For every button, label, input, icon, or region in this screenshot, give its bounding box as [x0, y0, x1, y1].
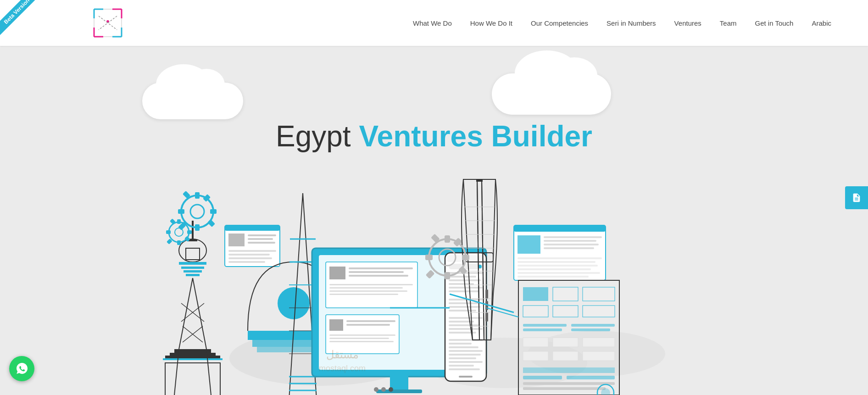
- whatsapp-button[interactable]: [9, 356, 34, 381]
- svg-rect-169: [553, 287, 578, 301]
- beta-banner: Beta Version: [0, 0, 41, 41]
- svg-rect-111: [485, 289, 488, 299]
- svg-rect-162: [517, 261, 595, 263]
- svg-rect-130: [449, 365, 474, 367]
- svg-rect-147: [445, 272, 450, 279]
- svg-rect-20: [181, 267, 204, 269]
- svg-rect-92: [329, 319, 343, 331]
- hero-title-part1: Egypt: [276, 120, 359, 153]
- svg-rect-59: [248, 234, 276, 236]
- document-icon: [851, 193, 862, 203]
- svg-rect-178: [523, 338, 548, 347]
- svg-rect-84: [349, 267, 413, 269]
- navbar: What We Do How We Do It Our Competencies…: [404, 19, 840, 27]
- nav-how-we-do-it[interactable]: How We Do It: [461, 19, 522, 27]
- svg-rect-157: [544, 236, 602, 238]
- svg-rect-172: [553, 306, 578, 317]
- svg-rect-21: [184, 270, 202, 273]
- svg-point-69: [278, 287, 310, 319]
- svg-rect-121: [449, 328, 483, 330]
- svg-rect-176: [571, 324, 615, 327]
- svg-rect-98: [390, 376, 408, 389]
- svg-rect-19: [179, 262, 206, 265]
- svg-text:مستقل: مستقل: [326, 348, 359, 361]
- svg-rect-127: [449, 354, 481, 356]
- svg-rect-158: [544, 240, 596, 242]
- svg-rect-65: [228, 261, 265, 263]
- svg-text:mostaql.com: mostaql.com: [319, 364, 366, 373]
- side-document-button[interactable]: [845, 186, 868, 209]
- svg-rect-186: [567, 376, 615, 379]
- svg-rect-115: [449, 302, 479, 304]
- nav-seri-in-numbers[interactable]: Seri in Numbers: [597, 19, 665, 27]
- svg-rect-62: [228, 250, 276, 252]
- svg-rect-33: [165, 363, 220, 395]
- svg-line-23: [179, 278, 193, 349]
- svg-rect-96: [329, 338, 389, 339]
- svg-rect-128: [449, 357, 476, 359]
- svg-rect-118: [449, 317, 483, 319]
- svg-rect-161: [517, 257, 602, 259]
- svg-rect-60: [248, 238, 273, 240]
- svg-rect-179: [553, 338, 578, 347]
- svg-rect-129: [449, 361, 483, 363]
- svg-rect-15: [192, 221, 194, 239]
- svg-rect-180: [583, 338, 615, 347]
- svg-point-37: [190, 205, 204, 218]
- svg-rect-31: [165, 356, 220, 358]
- svg-rect-39: [195, 224, 200, 231]
- svg-rect-40: [178, 209, 184, 214]
- svg-rect-174: [523, 324, 567, 327]
- svg-rect-124: [449, 343, 472, 345]
- svg-rect-117: [449, 310, 476, 312]
- svg-rect-90: [329, 294, 398, 295]
- svg-rect-181: [523, 351, 548, 361]
- nav-get-in-touch[interactable]: Get in Touch: [746, 19, 803, 27]
- svg-point-47: [175, 228, 183, 236]
- header: What We Do How We Do It Our Competencies…: [0, 0, 868, 46]
- nav-arabic[interactable]: Arabic: [802, 19, 840, 27]
- svg-rect-30: [170, 353, 216, 356]
- svg-rect-49: [177, 240, 181, 245]
- hero-illustration: مستقل mostaql.com: [0, 166, 868, 395]
- whatsapp-icon: [15, 362, 29, 376]
- nav-ventures[interactable]: Ventures: [665, 19, 711, 27]
- svg-rect-163: [517, 265, 598, 267]
- svg-rect-29: [174, 349, 211, 353]
- svg-line-24: [193, 278, 206, 349]
- cloud-left: [142, 83, 243, 119]
- svg-rect-175: [523, 328, 562, 331]
- svg-rect-171: [523, 306, 548, 317]
- svg-rect-120: [449, 324, 480, 326]
- svg-point-198: [389, 387, 393, 392]
- svg-point-196: [374, 387, 378, 392]
- svg-rect-97: [329, 341, 394, 342]
- svg-rect-89: [329, 290, 407, 292]
- svg-rect-134: [476, 179, 483, 182]
- svg-rect-166: [517, 276, 589, 278]
- nav-what-we-do[interactable]: What We Do: [404, 19, 461, 27]
- svg-rect-50: [166, 230, 171, 234]
- svg-rect-188: [523, 387, 606, 390]
- svg-rect-165: [517, 272, 600, 274]
- svg-rect-168: [523, 287, 548, 301]
- nav-team[interactable]: Team: [711, 19, 746, 27]
- svg-rect-48: [177, 219, 181, 224]
- svg-rect-110: [449, 290, 479, 292]
- nav-our-competencies[interactable]: Our Competencies: [522, 19, 597, 27]
- logo[interactable]: [92, 7, 124, 39]
- svg-point-17: [179, 239, 206, 262]
- svg-rect-126: [449, 350, 483, 352]
- svg-rect-32: [163, 358, 223, 360]
- svg-rect-44: [207, 219, 215, 227]
- svg-rect-63: [228, 254, 270, 256]
- svg-rect-57: [225, 225, 280, 231]
- svg-rect-113: [485, 312, 488, 322]
- svg-rect-64: [228, 257, 272, 259]
- svg-rect-170: [583, 287, 615, 301]
- svg-rect-185: [523, 376, 562, 379]
- svg-rect-159: [544, 244, 599, 245]
- svg-rect-38: [195, 192, 200, 199]
- svg-rect-88: [329, 287, 403, 289]
- svg-rect-182: [553, 351, 578, 361]
